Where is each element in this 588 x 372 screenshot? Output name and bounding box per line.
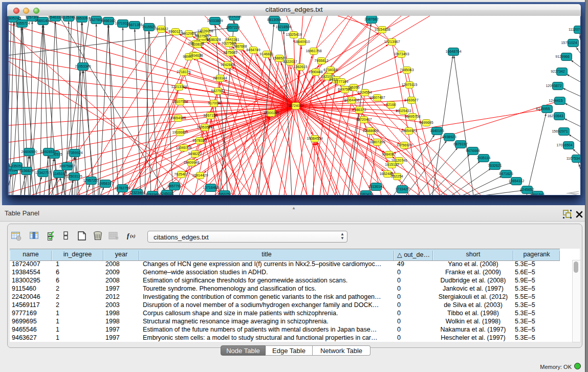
svg-text:3498222: 3498222 (188, 152, 202, 156)
svg-text:15720407: 15720407 (356, 118, 372, 121)
svg-text:19218506: 19218506 (275, 25, 291, 29)
svg-text:15136141: 15136141 (368, 185, 384, 188)
svg-text:30975887: 30975887 (59, 164, 75, 168)
svg-text:9245031: 9245031 (160, 192, 173, 195)
svg-text:19756928: 19756928 (396, 143, 412, 147)
svg-text:9463627: 9463627 (404, 98, 418, 102)
svg-text:10688609: 10688609 (362, 129, 378, 133)
svg-text:9227342: 9227342 (551, 70, 564, 73)
svg-text:18300295: 18300295 (263, 111, 279, 115)
svg-text:13325419: 13325419 (286, 33, 301, 36)
svg-text:16210643: 16210643 (547, 114, 563, 118)
svg-text:20364436: 20364436 (343, 98, 359, 102)
svg-text:62160: 62160 (386, 103, 396, 106)
svg-text:8215955: 8215955 (536, 107, 550, 111)
svg-text:(x): (x) (130, 233, 136, 238)
svg-text:8813054: 8813054 (267, 18, 281, 21)
svg-text:21053346: 21053346 (75, 64, 91, 68)
svg-text:9129966: 9129966 (555, 55, 569, 58)
svg-text:16671355: 16671355 (126, 23, 142, 27)
svg-text:1004638: 1004638 (189, 54, 203, 57)
svg-text:7625402: 7625402 (174, 172, 188, 176)
svg-text:1362615: 1362615 (293, 65, 307, 69)
svg-text:17359924: 17359924 (67, 151, 82, 155)
svg-text:8471626: 8471626 (499, 172, 513, 176)
svg-text:1112074: 1112074 (569, 28, 580, 31)
svg-text:7953752: 7953752 (217, 192, 231, 195)
svg-text:917008: 917008 (208, 101, 220, 105)
svg-text:9891541: 9891541 (531, 193, 545, 195)
svg-text:9242848: 9242848 (221, 63, 234, 67)
svg-text:2082424: 2082424 (359, 192, 373, 195)
svg-text:12342757: 12342757 (35, 171, 51, 174)
svg-text:7515525: 7515525 (142, 25, 156, 29)
svg-text:12503135: 12503135 (66, 174, 82, 178)
svg-text:12975115: 12975115 (402, 83, 418, 86)
svg-text:2803144: 2803144 (213, 76, 227, 80)
svg-text:12213967: 12213967 (384, 40, 400, 43)
svg-text:3267150: 3267150 (203, 114, 217, 117)
svg-text:18807299: 18807299 (369, 140, 385, 144)
svg-text:16961758: 16961758 (306, 49, 321, 53)
svg-text:7955812: 7955812 (314, 59, 328, 62)
svg-text:17016504: 17016504 (556, 143, 572, 147)
svg-text:8912954: 8912954 (182, 32, 195, 35)
svg-text:114519: 114519 (53, 172, 65, 176)
svg-text:1156829: 1156829 (20, 169, 34, 172)
svg-text:12213369: 12213369 (171, 85, 187, 89)
svg-text:10653267: 10653267 (74, 16, 90, 20)
svg-text:10607487: 10607487 (369, 96, 385, 99)
svg-text:2718176: 2718176 (177, 70, 190, 74)
svg-text:2935114: 2935114 (477, 156, 491, 160)
svg-text:20691406: 20691406 (35, 19, 51, 23)
svg-text:7485063: 7485063 (400, 68, 413, 72)
svg-text:12093872: 12093872 (546, 84, 561, 87)
svg-text:19166827: 19166827 (172, 130, 188, 134)
svg-text:1640195: 1640195 (430, 129, 444, 133)
svg-text:10654112: 10654112 (509, 179, 525, 183)
svg-text:2087682: 2087682 (364, 17, 378, 21)
svg-text:15751024: 15751024 (561, 41, 577, 45)
svg-text:8578336: 8578336 (192, 139, 206, 142)
svg-text:6734028: 6734028 (323, 68, 337, 72)
svg-text:1733426: 1733426 (395, 187, 409, 191)
svg-text:7986372: 7986372 (352, 108, 366, 112)
svg-text:15495758: 15495758 (404, 115, 420, 118)
svg-text:1024554: 1024554 (358, 91, 372, 94)
svg-text:8186328: 8186328 (207, 38, 221, 41)
svg-text:19384554: 19384554 (307, 137, 322, 140)
svg-text:1615132: 1615132 (385, 163, 399, 166)
svg-text:335051: 335051 (11, 164, 23, 168)
svg-text:9474444: 9474444 (466, 149, 480, 152)
svg-text:833823: 833823 (191, 42, 203, 46)
svg-text:9546333: 9546333 (48, 16, 62, 19)
svg-text:10025433: 10025433 (395, 109, 411, 113)
svg-text:8454749: 8454749 (246, 48, 260, 52)
svg-text:9857791: 9857791 (167, 184, 181, 188)
svg-text:14055724: 14055724 (14, 21, 30, 25)
svg-text:16033809: 16033809 (207, 19, 223, 23)
svg-text:15692971: 15692971 (552, 129, 568, 133)
svg-text:3675685: 3675685 (223, 51, 237, 54)
svg-text:16914429: 16914429 (192, 173, 208, 177)
svg-text:13226058: 13226058 (197, 29, 213, 33)
svg-text:1244415: 1244415 (549, 99, 562, 102)
svg-text:1990448: 1990448 (309, 70, 322, 74)
svg-text:6879197: 6879197 (453, 142, 467, 146)
svg-text:19654923: 19654923 (401, 129, 417, 133)
svg-text:8427532: 8427532 (211, 89, 225, 93)
svg-text:11353584: 11353584 (197, 125, 213, 129)
svg-text:12323446: 12323446 (129, 191, 145, 194)
svg-text:26606500: 26606500 (21, 150, 37, 154)
svg-text:8960125: 8960125 (168, 30, 182, 33)
svg-text:9245652: 9245652 (520, 188, 534, 191)
svg-text:1588520: 1588520 (272, 56, 286, 60)
svg-text:2914268: 2914268 (227, 16, 241, 18)
svg-text:13716485: 13716485 (203, 186, 219, 189)
svg-text:16648764: 16648764 (445, 50, 461, 53)
svg-text:9327505: 9327505 (195, 34, 209, 38)
svg-text:16782759: 16782759 (114, 186, 130, 190)
svg-text:9777169: 9777169 (334, 80, 348, 83)
svg-text:18640910: 18640910 (294, 40, 310, 43)
svg-text:7632621: 7632621 (488, 164, 502, 167)
